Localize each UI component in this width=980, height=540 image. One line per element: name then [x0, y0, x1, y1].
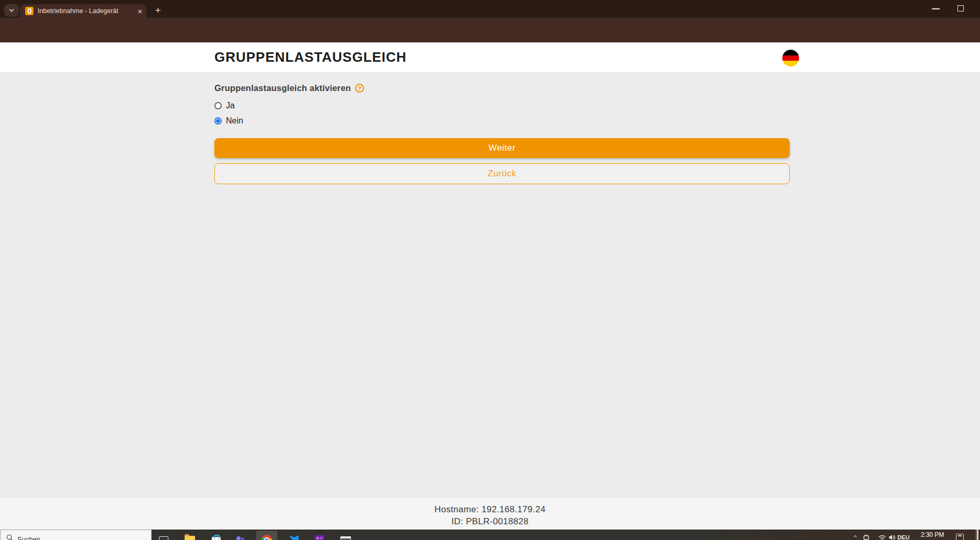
- tab-title: Inbetriebnahme - Ladegerät: [38, 7, 134, 15]
- tab-search-button[interactable]: [4, 4, 19, 17]
- wifi-icon[interactable]: [879, 535, 886, 540]
- browser-toolbar: ← → ⚠ Nicht sicher 192.168.179.24 ☆: [0, 18, 980, 42]
- radio-nein-label: Nein: [226, 116, 243, 126]
- task-view-icon[interactable]: [157, 534, 170, 540]
- device-id-text: ID: PBLR-0018828: [0, 515, 980, 527]
- taskbar: Suchen ^ DEU 2:30 PM: [0, 530, 980, 540]
- keyboard-language-indicator[interactable]: DEU: [897, 534, 909, 540]
- form-content: Gruppenlastausgleich aktivieren ? Ja Nei…: [214, 72, 790, 184]
- file-explorer-icon[interactable]: [184, 534, 196, 540]
- window-minimize-button[interactable]: [932, 8, 940, 9]
- taskbar-search-box[interactable]: Suchen: [0, 530, 152, 540]
- radio-ja[interactable]: [214, 102, 222, 109]
- help-icon[interactable]: ?: [355, 84, 364, 93]
- radio-option-nein[interactable]: Nein: [214, 116, 790, 126]
- next-button[interactable]: Weiter: [214, 138, 790, 158]
- vscode-icon[interactable]: [288, 534, 300, 540]
- office-icon[interactable]: [313, 534, 326, 540]
- screen: Inbetriebnahme - Ladegerät × + ← → ⚠ Nic…: [0, 0, 980, 540]
- page-body: Gruppenlastausgleich aktivieren ? Ja Nei…: [0, 72, 980, 498]
- show-desktop-divider: [976, 530, 976, 540]
- question-label: Gruppenlastausgleich aktivieren: [214, 83, 351, 93]
- search-placeholder: Suchen: [17, 535, 40, 540]
- radio-ja-label: Ja: [226, 101, 235, 110]
- legacy-window-icon[interactable]: [339, 534, 352, 540]
- tray-caret-icon[interactable]: ^: [854, 535, 857, 540]
- browser-tab[interactable]: Inbetriebnahme - Ladegerät ×: [20, 4, 146, 18]
- browser-tab-strip: Inbetriebnahme - Ladegerät × +: [0, 0, 980, 18]
- page-footer: Hostname: 192.168.179.24 ID: PBLR-001882…: [0, 498, 980, 530]
- back-button[interactable]: Zurück: [214, 163, 790, 184]
- notification-center-icon[interactable]: [956, 534, 964, 540]
- power-plug-icon[interactable]: [863, 534, 870, 540]
- page-title: GRUPPENLASTAUSGLEICH: [214, 42, 407, 72]
- radio-option-ja[interactable]: Ja: [214, 100, 790, 111]
- show-desktop-button[interactable]: [977, 530, 978, 540]
- language-flag-german-icon[interactable]: [782, 50, 799, 66]
- page-header: GRUPPENLASTAUSGLEICH: [0, 42, 980, 72]
- window-maximize-button[interactable]: [958, 5, 964, 12]
- store-icon[interactable]: [210, 534, 222, 540]
- tab-close-icon[interactable]: ×: [138, 7, 142, 15]
- hostname-text: Hostname: 192.168.179.24: [0, 503, 980, 515]
- radio-nein[interactable]: [214, 117, 222, 125]
- taskbar-clock[interactable]: 2:30 PM: [918, 531, 947, 538]
- chrome-icon[interactable]: [260, 534, 273, 540]
- chevron-down-icon: [9, 8, 14, 13]
- search-icon: [6, 534, 13, 540]
- teams-icon[interactable]: [234, 534, 247, 540]
- new-tab-button[interactable]: +: [152, 4, 164, 17]
- volume-icon[interactable]: [888, 534, 895, 540]
- site-favicon-icon: [25, 7, 33, 15]
